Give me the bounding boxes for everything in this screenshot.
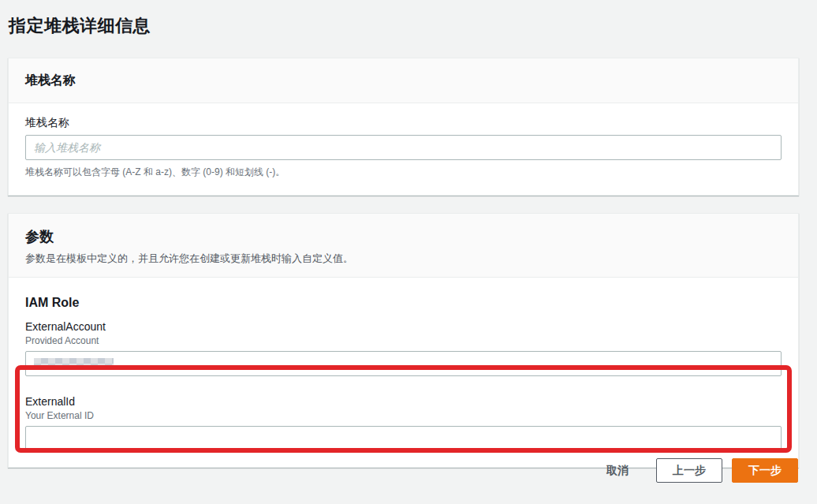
- stack-name-card-title: 堆栈名称: [25, 73, 76, 87]
- external-id-input[interactable]: [25, 426, 782, 451]
- parameters-card-title: 参数: [25, 229, 54, 245]
- stack-name-field-label: 堆栈名称: [25, 116, 782, 130]
- parameters-card-description: 参数是在模板中定义的，并且允许您在创建或更新堆栈时输入自定义值。: [25, 252, 782, 266]
- iam-role-group-title: IAM Role: [25, 296, 782, 310]
- parameters-card: 参数 参数是在模板中定义的，并且允许您在创建或更新堆栈时输入自定义值。 IAM …: [8, 213, 799, 468]
- external-account-label: ExternalAccount: [25, 320, 782, 333]
- redacted-account-value: [34, 358, 114, 370]
- external-id-label: ExternalId: [25, 395, 782, 408]
- parameters-card-header: 参数 参数是在模板中定义的，并且允许您在创建或更新堆栈时输入自定义值。: [9, 214, 798, 278]
- stack-name-hint: 堆栈名称可以包含字母 (A-Z 和 a-z)、数字 (0-9) 和短划线 (-)…: [25, 166, 782, 179]
- next-button[interactable]: 下一步: [732, 458, 798, 483]
- page-title: 指定堆栈详细信息: [0, 0, 817, 38]
- external-id-field: ExternalId Your External ID: [25, 395, 782, 451]
- external-id-sublabel: Your External ID: [25, 410, 782, 421]
- specify-stack-details-page: 指定堆栈详细信息 堆栈名称 堆栈名称 堆栈名称可以包含字母 (A-Z 和 a-z…: [0, 0, 817, 504]
- stack-name-card-body: 堆栈名称 堆栈名称可以包含字母 (A-Z 和 a-z)、数字 (0-9) 和短划…: [9, 103, 798, 195]
- cancel-button[interactable]: 取消: [606, 458, 629, 483]
- external-account-field: ExternalAccount Provided Account: [25, 320, 782, 376]
- external-account-sublabel: Provided Account: [25, 335, 782, 346]
- stack-name-card-header: 堆栈名称: [9, 58, 798, 103]
- parameters-card-body: IAM Role ExternalAccount Provided Accoun…: [9, 278, 798, 467]
- stack-name-card: 堆栈名称 堆栈名称 堆栈名称可以包含字母 (A-Z 和 a-z)、数字 (0-9…: [8, 58, 799, 196]
- footer-actions: 取消 上一步 下一步: [606, 458, 798, 483]
- external-account-input[interactable]: [25, 351, 782, 376]
- previous-button[interactable]: 上一步: [656, 458, 722, 483]
- stack-name-input[interactable]: [25, 135, 782, 160]
